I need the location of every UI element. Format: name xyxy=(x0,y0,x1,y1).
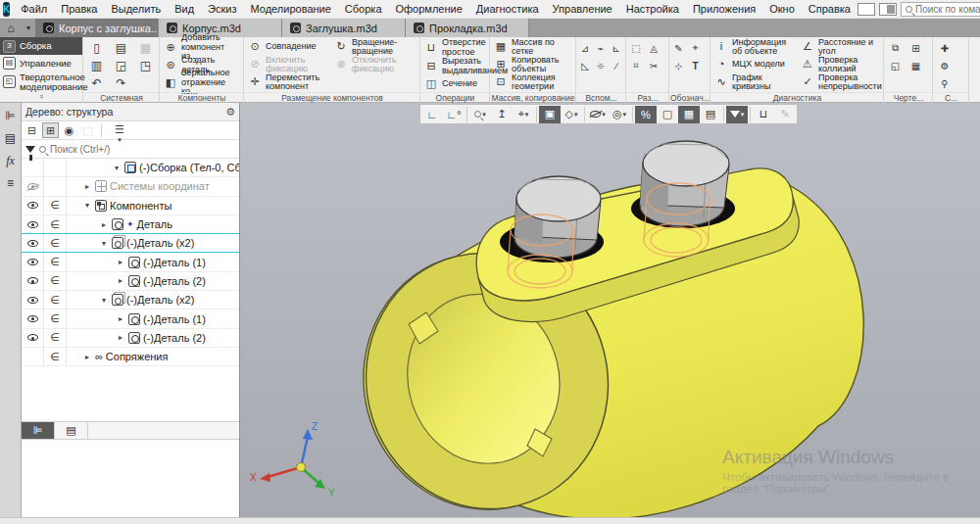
collision-check-button[interactable]: ⚠Проверка коллизий xyxy=(798,56,884,73)
visibility-cell[interactable] xyxy=(22,253,44,270)
annotation-tool-icon[interactable]: ✎ xyxy=(671,40,687,56)
aux-tool-icon[interactable]: ⌁ xyxy=(593,40,609,56)
visibility-cell[interactable] xyxy=(22,234,44,252)
menu-window[interactable]: Окно xyxy=(762,0,802,19)
redo-icon[interactable]: ↷ xyxy=(112,75,131,91)
raz-tool-icon[interactable]: ✂ xyxy=(646,58,662,73)
raz-tool-icon[interactable]: ⌗ xyxy=(628,58,644,73)
tree-tab-spec[interactable]: ▤ xyxy=(55,422,88,439)
expand-arrow-icon[interactable]: ▸ xyxy=(82,353,92,361)
home-icon[interactable]: ⌂ xyxy=(0,19,22,37)
tree-row-part-x2-a[interactable]: ∈ ▾(-)Деталь (x2) xyxy=(22,234,239,253)
eye-icon[interactable] xyxy=(27,315,38,322)
rotation-rotation-button[interactable]: ↻Вращение-вращение xyxy=(331,38,417,56)
tree-row-part-2a[interactable]: ∈ ▸(-)Деталь (2) xyxy=(22,272,239,291)
text-tool-icon[interactable]: T xyxy=(688,58,704,73)
tree-hierarchy-view-icon[interactable]: ⊞ xyxy=(42,122,59,138)
coincidence-button[interactable]: ⊙Совпадение xyxy=(245,38,331,56)
eye-icon[interactable] xyxy=(27,297,38,304)
visibility-cell[interactable] xyxy=(22,329,44,347)
drawing-tool-icon[interactable]: ⊞ xyxy=(908,40,924,56)
eye-icon[interactable] xyxy=(27,334,38,341)
window-split-icon[interactable] xyxy=(879,3,897,16)
copy-objects-button[interactable]: ⊞Копировать объекты xyxy=(491,56,575,73)
expand-arrow-icon[interactable]: ▾ xyxy=(99,239,109,248)
coordinate-system-icon[interactable]: ∟ xyxy=(421,106,443,123)
expand-arrow-icon[interactable]: ▸ xyxy=(116,258,125,266)
tree-row-part-fixed[interactable]: ∈ ▸✦Деталь xyxy=(22,215,239,234)
tree-row-part-1a[interactable]: ∈ ▸(-)Деталь (1) xyxy=(22,253,239,271)
s-tool-icon[interactable]: ⚲ xyxy=(937,75,953,91)
include-cell[interactable]: ∈ xyxy=(44,329,67,347)
visibility-cell[interactable] xyxy=(22,197,44,214)
eye-icon[interactable] xyxy=(27,240,38,247)
image-quality-icon[interactable]: ◎▾ xyxy=(609,106,630,123)
clipping-box-icon[interactable]: ▢ xyxy=(657,106,678,123)
undo-icon[interactable]: ↶ xyxy=(87,75,107,91)
thread-display-icon[interactable]: ▦ xyxy=(678,106,700,123)
menu-sketch[interactable]: Эскиз xyxy=(201,0,243,19)
new-document-icon[interactable]: ▯ xyxy=(87,40,107,56)
menu-applications[interactable]: Приложения xyxy=(686,0,762,19)
command-search-box[interactable] xyxy=(901,2,980,17)
menu-assembly[interactable]: Сборка xyxy=(338,0,389,19)
expand-arrow-icon[interactable]: ▾ xyxy=(82,201,92,210)
3d-viewport[interactable]: X Y Z ∟ ∟° ▾ ↥ ⌖▾ ▣ ◇▾ ▾ ◎▾ % ▢ ▦ ▤ ▾ xyxy=(240,103,980,524)
expand-arrow-icon[interactable]: ▸ xyxy=(99,220,109,229)
gear-icon[interactable]: ⚙ xyxy=(225,106,235,119)
display-mode-wireframe-icon[interactable]: ◇▾ xyxy=(561,106,582,123)
menu-management[interactable]: Управление xyxy=(546,0,619,19)
spec-panel-icon[interactable]: ▤ xyxy=(3,130,19,146)
eye-icon[interactable] xyxy=(27,259,38,265)
s-tool-icon[interactable]: ⚙ xyxy=(937,58,953,73)
move-component-button[interactable]: ✛Переместить компонент xyxy=(245,73,331,91)
menu-layout[interactable]: Оформление xyxy=(389,0,469,19)
enable-fixation-button[interactable]: ⊘Включить фиксацию xyxy=(245,56,331,73)
annotation-tool-icon[interactable]: ⊹ xyxy=(671,58,687,73)
visibility-cell[interactable] xyxy=(22,291,44,309)
eye-icon[interactable] xyxy=(27,277,38,284)
section-view-icon[interactable]: % xyxy=(635,106,657,123)
disable-fixation-button[interactable]: ⊗Отключить фиксацию xyxy=(331,56,417,73)
menu-panel-icon[interactable]: ≡ xyxy=(3,175,19,191)
local-cs-icon[interactable]: ∟° xyxy=(443,106,465,123)
hide-objects-icon[interactable]: ▾ xyxy=(587,106,609,123)
aux-tool-icon[interactable]: ◺ xyxy=(577,58,593,73)
visibility-cell[interactable] xyxy=(22,215,44,233)
tree-row-part-2b[interactable]: ∈ ▸(-)Деталь (2) xyxy=(22,329,239,348)
window-layout-icon[interactable] xyxy=(858,3,875,16)
include-cell[interactable]: ∈ xyxy=(44,310,67,327)
menu-file[interactable]: Файл xyxy=(14,0,54,19)
visibility-cell[interactable] xyxy=(22,177,44,195)
menu-select[interactable]: Выделить xyxy=(104,0,168,19)
include-cell[interactable]: ∈ xyxy=(44,291,67,309)
tree-tab-structure[interactable]: ⊫ xyxy=(22,422,55,439)
ribbon-tab-solid-modeling[interactable]: ◱Твердотельное моделирование xyxy=(0,71,82,92)
filter-funnel-icon[interactable] xyxy=(25,146,35,153)
ribbon-collapse-chevron-icon[interactable]: » xyxy=(0,92,83,103)
tree-components-filter-icon[interactable]: ◉ xyxy=(61,122,77,138)
expand-arrow-icon[interactable]: ▾ xyxy=(112,164,122,172)
measure-icon[interactable]: ⊔ xyxy=(753,106,774,123)
visibility-cell[interactable] xyxy=(22,272,44,290)
drawing-tool-icon[interactable]: ◱ xyxy=(888,58,904,73)
ribbon-tab-assembly[interactable]: ЗСборка xyxy=(0,37,82,55)
aux-tool-icon[interactable]: ⌯ xyxy=(593,58,609,73)
tree-row-assembly[interactable]: ▾(-)Сборка (Тел-0, Сборочных единиц-0 xyxy=(22,159,239,177)
home-dropdown-caret-icon[interactable]: ▾ xyxy=(22,19,35,37)
expand-arrow-icon[interactable]: ▾ xyxy=(99,296,109,305)
menu-modeling[interactable]: Моделирование xyxy=(244,0,338,19)
geometry-collection-button[interactable]: ⊡Коллекция геометрии xyxy=(491,73,575,91)
tab-prokladka-m3d[interactable]: Прокладка.m3d xyxy=(406,19,529,37)
expand-arrow-icon[interactable]: ▸ xyxy=(116,314,125,323)
ribbon-tab-management[interactable]: ▤Управление xyxy=(0,55,82,71)
aux-tool-icon[interactable]: ⊾ xyxy=(609,40,624,56)
export-icon[interactable]: ◳ xyxy=(136,58,156,73)
orient-normal-icon[interactable]: ↥ xyxy=(491,106,513,123)
eye-icon[interactable] xyxy=(27,221,38,228)
aux-tool-icon[interactable]: ∕ xyxy=(609,58,624,73)
menu-diagnostics[interactable]: Диагностика xyxy=(469,0,546,19)
tree-ghost-view-icon[interactable]: ⬚ xyxy=(79,122,96,138)
aux-tool-icon[interactable]: ⊿ xyxy=(577,40,593,56)
display-mode-shaded-icon[interactable]: ▣ xyxy=(539,106,561,123)
